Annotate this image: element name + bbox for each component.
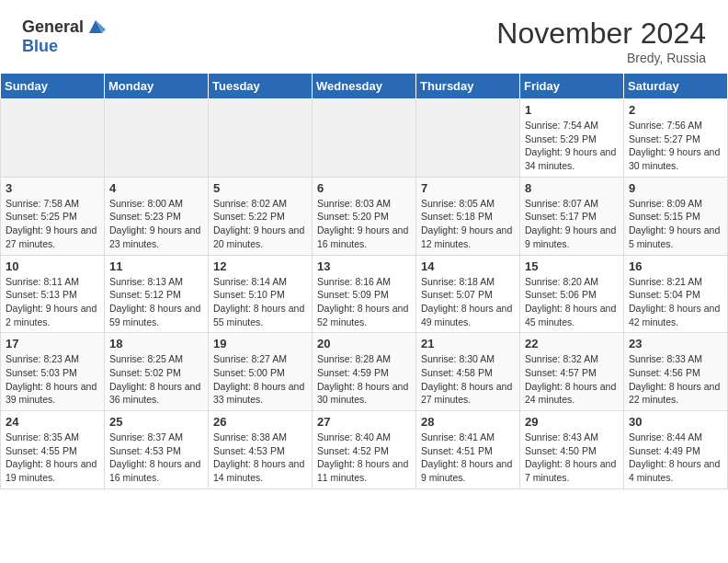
calendar-day-cell: 16Sunrise: 8:21 AM Sunset: 5:04 PM Dayli… — [624, 255, 728, 333]
calendar-day-cell: 21Sunrise: 8:30 AM Sunset: 4:58 PM Dayli… — [416, 333, 520, 411]
day-number: 27 — [317, 415, 411, 429]
page-header: General Blue November 2024 Bredy, Russia — [0, 0, 728, 73]
day-info: Sunrise: 8:27 AM Sunset: 5:00 PM Dayligh… — [213, 352, 307, 407]
day-number: 12 — [213, 259, 307, 273]
calendar-day-cell — [416, 99, 520, 178]
day-info: Sunrise: 8:23 AM Sunset: 5:03 PM Dayligh… — [6, 352, 99, 407]
day-info: Sunrise: 8:18 AM Sunset: 5:07 PM Dayligh… — [421, 275, 515, 329]
day-number: 10 — [6, 259, 99, 273]
day-info: Sunrise: 8:00 AM Sunset: 5:23 PM Dayligh… — [109, 197, 203, 251]
calendar-day-cell: 7Sunrise: 8:05 AM Sunset: 5:18 PM Daylig… — [416, 177, 520, 255]
weekday-header-cell: Wednesday — [313, 74, 416, 99]
calendar-day-cell: 5Sunrise: 8:02 AM Sunset: 5:22 PM Daylig… — [209, 177, 313, 255]
day-info: Sunrise: 8:11 AM Sunset: 5:13 PM Dayligh… — [6, 275, 99, 329]
calendar-day-cell — [209, 99, 313, 178]
day-number: 17 — [6, 337, 99, 350]
calendar-day-cell — [105, 99, 209, 178]
calendar-day-cell: 26Sunrise: 8:38 AM Sunset: 4:53 PM Dayli… — [209, 411, 313, 489]
weekday-header-cell: Thursday — [416, 74, 520, 99]
day-info: Sunrise: 8:38 AM Sunset: 4:53 PM Dayligh… — [213, 431, 307, 485]
title-block: November 2024 Bredy, Russia — [496, 17, 706, 65]
day-number: 1 — [525, 103, 619, 117]
calendar-day-cell: 19Sunrise: 8:27 AM Sunset: 5:00 PM Dayli… — [209, 333, 313, 411]
day-info: Sunrise: 8:21 AM Sunset: 5:04 PM Dayligh… — [629, 275, 722, 329]
calendar-day-cell: 3Sunrise: 7:58 AM Sunset: 5:25 PM Daylig… — [1, 177, 105, 255]
day-info: Sunrise: 8:14 AM Sunset: 5:10 PM Dayligh… — [213, 275, 307, 329]
logo-blue-text: Blue — [22, 37, 58, 56]
day-info: Sunrise: 7:56 AM Sunset: 5:27 PM Dayligh… — [629, 119, 722, 173]
day-info: Sunrise: 8:41 AM Sunset: 4:51 PM Dayligh… — [421, 431, 515, 485]
day-info: Sunrise: 7:54 AM Sunset: 5:29 PM Dayligh… — [525, 119, 619, 173]
day-info: Sunrise: 8:37 AM Sunset: 4:53 PM Dayligh… — [109, 431, 203, 485]
day-info: Sunrise: 8:28 AM Sunset: 4:59 PM Dayligh… — [317, 352, 411, 407]
calendar-day-cell — [313, 99, 416, 178]
calendar-day-cell: 25Sunrise: 8:37 AM Sunset: 4:53 PM Dayli… — [105, 411, 209, 489]
day-info: Sunrise: 8:05 AM Sunset: 5:18 PM Dayligh… — [421, 197, 515, 251]
day-number: 20 — [317, 337, 411, 350]
calendar-day-cell: 17Sunrise: 8:23 AM Sunset: 5:03 PM Dayli… — [1, 333, 105, 411]
day-number: 5 — [213, 181, 307, 195]
day-number: 24 — [6, 415, 99, 429]
calendar-week-row: 10Sunrise: 8:11 AM Sunset: 5:13 PM Dayli… — [1, 255, 728, 333]
calendar-day-cell: 14Sunrise: 8:18 AM Sunset: 5:07 PM Dayli… — [416, 255, 520, 333]
calendar-body: 1Sunrise: 7:54 AM Sunset: 5:29 PM Daylig… — [1, 99, 728, 489]
day-number: 21 — [421, 337, 515, 350]
weekday-header-cell: Tuesday — [209, 74, 313, 99]
weekday-header-cell: Monday — [105, 74, 209, 99]
calendar-day-cell: 27Sunrise: 8:40 AM Sunset: 4:52 PM Dayli… — [313, 411, 416, 489]
day-number: 29 — [525, 415, 619, 429]
day-info: Sunrise: 8:32 AM Sunset: 4:57 PM Dayligh… — [525, 352, 619, 407]
calendar-day-cell: 1Sunrise: 7:54 AM Sunset: 5:29 PM Daylig… — [520, 99, 624, 178]
day-info: Sunrise: 8:13 AM Sunset: 5:12 PM Dayligh… — [109, 275, 203, 329]
day-number: 15 — [525, 259, 619, 273]
day-number: 7 — [421, 181, 515, 195]
day-number: 13 — [317, 259, 411, 273]
day-number: 19 — [213, 337, 307, 350]
day-number: 8 — [525, 181, 619, 195]
calendar-day-cell: 20Sunrise: 8:28 AM Sunset: 4:59 PM Dayli… — [313, 333, 416, 411]
day-number: 6 — [317, 181, 411, 195]
calendar-week-row: 3Sunrise: 7:58 AM Sunset: 5:25 PM Daylig… — [1, 177, 728, 255]
calendar-day-cell: 10Sunrise: 8:11 AM Sunset: 5:13 PM Dayli… — [1, 255, 105, 333]
day-info: Sunrise: 7:58 AM Sunset: 5:25 PM Dayligh… — [6, 197, 99, 251]
day-info: Sunrise: 8:20 AM Sunset: 5:06 PM Dayligh… — [525, 275, 619, 329]
calendar-day-cell: 22Sunrise: 8:32 AM Sunset: 4:57 PM Dayli… — [520, 333, 624, 411]
day-info: Sunrise: 8:40 AM Sunset: 4:52 PM Dayligh… — [317, 431, 411, 485]
day-number: 2 — [629, 103, 722, 117]
day-info: Sunrise: 8:16 AM Sunset: 5:09 PM Dayligh… — [317, 275, 411, 329]
day-number: 18 — [109, 337, 203, 350]
day-number: 4 — [109, 181, 203, 195]
day-number: 30 — [629, 415, 722, 429]
logo: General Blue — [22, 17, 106, 56]
calendar-day-cell: 13Sunrise: 8:16 AM Sunset: 5:09 PM Dayli… — [313, 255, 416, 333]
day-info: Sunrise: 8:44 AM Sunset: 4:49 PM Dayligh… — [629, 431, 722, 485]
day-info: Sunrise: 8:30 AM Sunset: 4:58 PM Dayligh… — [421, 352, 515, 407]
calendar-table: SundayMondayTuesdayWednesdayThursdayFrid… — [0, 73, 728, 489]
calendar-day-cell: 18Sunrise: 8:25 AM Sunset: 5:02 PM Dayli… — [105, 333, 209, 411]
day-number: 16 — [629, 259, 722, 273]
day-number: 26 — [213, 415, 307, 429]
day-info: Sunrise: 8:25 AM Sunset: 5:02 PM Dayligh… — [109, 352, 203, 407]
day-info: Sunrise: 8:07 AM Sunset: 5:17 PM Dayligh… — [525, 197, 619, 251]
calendar-day-cell: 15Sunrise: 8:20 AM Sunset: 5:06 PM Dayli… — [520, 255, 624, 333]
calendar-day-cell: 2Sunrise: 7:56 AM Sunset: 5:27 PM Daylig… — [624, 99, 728, 178]
day-number: 25 — [109, 415, 203, 429]
location: Bredy, Russia — [496, 51, 706, 65]
calendar-day-cell: 6Sunrise: 8:03 AM Sunset: 5:20 PM Daylig… — [313, 177, 416, 255]
logo-general-text: General — [22, 17, 84, 37]
day-info: Sunrise: 8:09 AM Sunset: 5:15 PM Dayligh… — [629, 197, 722, 251]
calendar-day-cell: 30Sunrise: 8:44 AM Sunset: 4:49 PM Dayli… — [624, 411, 728, 489]
calendar-day-cell: 4Sunrise: 8:00 AM Sunset: 5:23 PM Daylig… — [105, 177, 209, 255]
weekday-header-cell: Sunday — [1, 74, 105, 99]
day-number: 11 — [109, 259, 203, 273]
calendar-week-row: 1Sunrise: 7:54 AM Sunset: 5:29 PM Daylig… — [1, 99, 728, 178]
logo-icon — [85, 17, 106, 37]
day-number: 28 — [421, 415, 515, 429]
calendar-day-cell: 28Sunrise: 8:41 AM Sunset: 4:51 PM Dayli… — [416, 411, 520, 489]
day-number: 22 — [525, 337, 619, 350]
calendar-day-cell: 11Sunrise: 8:13 AM Sunset: 5:12 PM Dayli… — [105, 255, 209, 333]
weekday-header-cell: Friday — [520, 74, 624, 99]
calendar-day-cell: 12Sunrise: 8:14 AM Sunset: 5:10 PM Dayli… — [209, 255, 313, 333]
weekday-header-row: SundayMondayTuesdayWednesdayThursdayFrid… — [1, 74, 728, 99]
day-info: Sunrise: 8:35 AM Sunset: 4:55 PM Dayligh… — [6, 431, 99, 485]
